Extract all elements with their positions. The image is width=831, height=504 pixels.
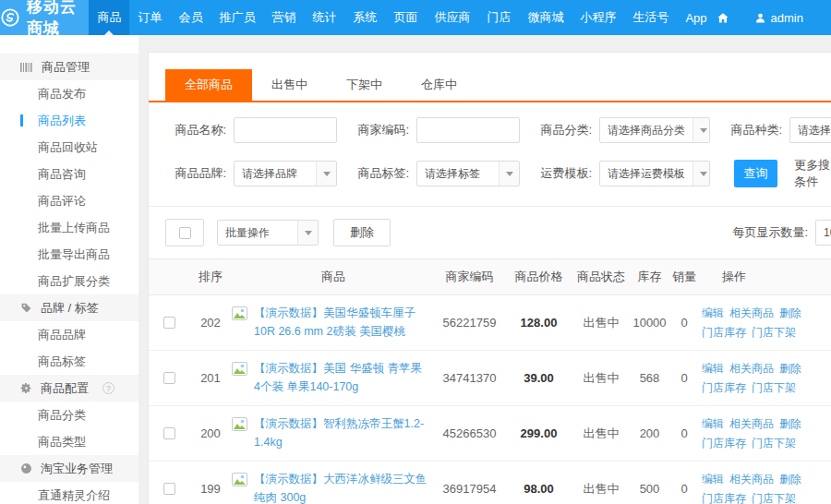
sales: 0 [670, 426, 698, 440]
table-row: 201 【演示数据】美国 华盛顿 青苹果4个装 单果140-170g 34741… [149, 351, 831, 406]
action-store-offshelf[interactable]: 门店下架 [752, 437, 796, 450]
nav-item-goods[interactable]: 商品 [89, 0, 129, 35]
question-circle-icon[interactable] [102, 382, 114, 394]
action-related-goods[interactable]: 相关商品 [729, 473, 774, 486]
tab-on-sale[interactable]: 出售中 [252, 69, 327, 101]
tab-off-shelf[interactable]: 下架中 [327, 69, 402, 101]
row-actions: 编辑相关商品删除门店库存门店下架 [698, 304, 807, 342]
brand-logo[interactable]: 移动云商城 [0, 0, 89, 35]
nav-item-orders[interactable]: 订单 [129, 0, 170, 35]
user-menu[interactable]: admin [754, 11, 803, 25]
sidebar-item-goods-tag[interactable]: 商品标签 [0, 348, 138, 375]
delete-button[interactable]: 删除 [333, 219, 391, 246]
header-actions: 操作 [698, 267, 831, 287]
action-store-stock[interactable]: 门店库存 [702, 326, 746, 339]
row-checkbox[interactable] [163, 483, 175, 495]
chevron-down-icon [499, 162, 519, 186]
action-edit[interactable]: 编辑 [702, 473, 724, 486]
goods-brand-select[interactable]: 请选择品牌 [234, 161, 337, 186]
sidebar-group-goods-config[interactable]: 商品配置 [0, 375, 138, 402]
sidebar-item-goods-category[interactable]: 商品分类 [0, 402, 138, 428]
home-icon[interactable] [716, 11, 730, 25]
batch-operation-select[interactable]: 批量操作 [217, 220, 319, 246]
top-nav: 商品 订单 会员 推广员 营销 统计 系统 页面 供应商 门店 微商城 小程序 … [89, 0, 715, 35]
tab-all-goods[interactable]: 全部商品 [165, 69, 252, 101]
action-store-stock[interactable]: 门店库存 [702, 381, 746, 394]
table-header: 排序 商品 商家编码 商品价格 商品状态 库存 销量 操作 [149, 258, 831, 295]
sidebar-item-batch-export[interactable]: 批量导出商品 [0, 241, 138, 268]
more-search-conditions[interactable]: 更多搜索条件 [794, 157, 831, 190]
goods-category-select[interactable]: 请选择商品分类 [599, 117, 710, 143]
action-store-offshelf[interactable]: 门店下架 [752, 492, 796, 504]
goods-tag-label: 商品标签: [348, 165, 409, 182]
freight-template-select[interactable]: 请选择运费模板 [599, 161, 710, 186]
action-edit[interactable]: 编辑 [702, 362, 724, 375]
nav-item-lifeaccount[interactable]: 生活号 [624, 0, 677, 35]
sort-value: 202 [189, 316, 232, 330]
per-page-select[interactable]: 10 [815, 220, 831, 246]
nav-item-app[interactable]: App [677, 0, 715, 35]
nav-item-members[interactable]: 会员 [170, 0, 211, 35]
sidebar-item-goods-comments[interactable]: 商品评论 [0, 187, 138, 214]
action-related-goods[interactable]: 相关商品 [729, 417, 774, 430]
sidebar-item-goods-publish[interactable]: 商品发布 [0, 80, 138, 107]
action-delete[interactable]: 删除 [779, 306, 801, 319]
select-all-checkbox[interactable] [179, 227, 191, 239]
sidebar-group-brand-tag[interactable]: 品牌 / 标签 [0, 294, 138, 321]
product-link[interactable]: 【演示数据】美国 华盛顿 青苹果4个装 单果140-170g [254, 360, 428, 396]
nav-item-pages[interactable]: 页面 [385, 0, 426, 35]
nav-item-promoters[interactable]: 推广员 [211, 0, 263, 35]
table-row: 199 【演示数据】大西洋冰鲜级三文鱼 纯肉 300g 36917954 98.… [149, 462, 831, 504]
sales: 0 [670, 482, 698, 496]
row-checkbox[interactable] [163, 427, 175, 439]
sidebar-item-goods-type[interactable]: 商品类型 [0, 428, 138, 455]
header-code: 商家编码 [435, 269, 504, 285]
sidebar-group-taobao[interactable]: 淘宝业务管理 [0, 455, 138, 482]
sidebar-item-goods-inquiry[interactable]: 商品咨询 [0, 161, 138, 187]
sidebar-group-goods-management[interactable]: 商品管理 [0, 54, 138, 80]
merchant-code: 56221759 [435, 316, 504, 330]
row-checkbox[interactable] [163, 372, 175, 384]
product-link[interactable]: 【演示数据】智利熟冻帝王蟹1.2-1.4kg [254, 415, 428, 451]
nav-item-suppliers[interactable]: 供应商 [426, 0, 478, 35]
nav-item-stores[interactable]: 门店 [478, 0, 519, 35]
sidebar-item-ztjl-intro[interactable]: 直通精灵介绍 [0, 482, 138, 504]
product-link[interactable]: 【演示数据】美国华盛顿车厘子10R 26.6 mm 2磅装 美国樱桃 [254, 305, 428, 341]
sidebar-item-extended-category[interactable]: 商品扩展分类 [0, 268, 138, 294]
row-checkbox[interactable] [163, 317, 175, 329]
action-store-offshelf[interactable]: 门店下架 [752, 381, 796, 394]
nav-item-marketing[interactable]: 营销 [263, 0, 304, 35]
broken-image-icon [232, 473, 247, 504]
select-all-button[interactable] [165, 219, 204, 246]
sidebar-item-goods-list[interactable]: 商品列表 [0, 107, 138, 134]
product-link[interactable]: 【演示数据】大西洋冰鲜级三文鱼 纯肉 300g [254, 471, 428, 504]
query-button[interactable]: 查询 [734, 160, 777, 187]
row-actions: 编辑相关商品删除门店库存门店下架 [698, 470, 807, 504]
goods-kind-select[interactable]: 请选择 [789, 117, 831, 143]
top-bar: 移动云商城 商品 订单 会员 推广员 营销 统计 系统 页面 供应商 门店 微商… [0, 0, 831, 35]
action-related-goods[interactable]: 相关商品 [729, 362, 774, 375]
sidebar-item-goods-recycle[interactable]: 商品回收站 [0, 134, 138, 161]
action-delete[interactable]: 删除 [779, 473, 801, 486]
action-store-stock[interactable]: 门店库存 [702, 492, 746, 504]
merchant-code-input[interactable] [416, 117, 520, 143]
sidebar-item-batch-upload[interactable]: 批量上传商品 [0, 214, 138, 241]
action-delete[interactable]: 删除 [779, 362, 801, 375]
tab-in-warehouse[interactable]: 仓库中 [402, 69, 476, 101]
action-edit[interactable]: 编辑 [702, 306, 724, 319]
action-edit[interactable]: 编辑 [702, 417, 724, 430]
action-store-stock[interactable]: 门店库存 [702, 437, 746, 450]
goods-kind-label: 商品种类: [721, 122, 782, 138]
action-store-offshelf[interactable]: 门店下架 [752, 326, 796, 339]
merchant-code: 34741370 [435, 371, 504, 385]
nav-item-miniprogram[interactable]: 小程序 [572, 0, 624, 35]
sidebar-item-goods-brand[interactable]: 商品品牌 [0, 321, 138, 348]
nav-item-micromall[interactable]: 微商城 [519, 0, 572, 35]
nav-item-system[interactable]: 系统 [344, 0, 385, 35]
nav-item-statistics[interactable]: 统计 [304, 0, 344, 35]
goods-name-input[interactable] [234, 117, 337, 143]
action-delete[interactable]: 删除 [779, 417, 801, 430]
action-related-goods[interactable]: 相关商品 [729, 306, 774, 319]
goods-tag-select[interactable]: 请选择标签 [416, 161, 520, 186]
status: 出售中 [573, 481, 629, 498]
